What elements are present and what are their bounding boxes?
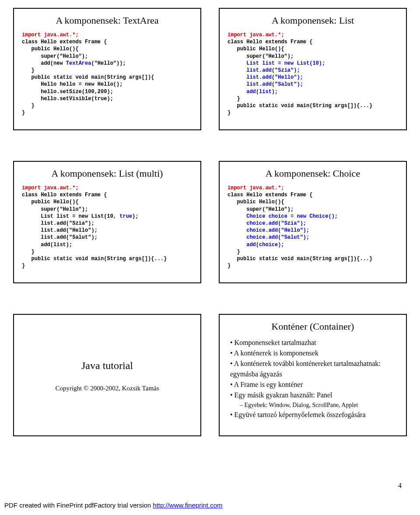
list-item: A konténerek további konténereket tartal… xyxy=(230,358,398,379)
slide-list-multi: A komponensek: List (multi) import java.… xyxy=(13,161,201,283)
code-block: import java.awt.*; class Hello extends F… xyxy=(22,31,192,116)
code-block: import java.awt.*; class Hello extends F… xyxy=(228,184,398,269)
slide-subtitle: Copyright © 2000-2002, Kozsik Tamás xyxy=(22,385,192,392)
page-number: 4 xyxy=(398,482,402,490)
code-block: import java.awt.*; class Hello extends F… xyxy=(22,184,192,269)
list-item: A Frame is egy konténer xyxy=(230,379,398,390)
list-item: Komponenseket tartalmazhat xyxy=(230,338,398,348)
slide-textarea: A komponensek: TextArea import java.awt.… xyxy=(13,8,201,130)
slide-tutorial: Java tutorial Copyright © 2000-2002, Koz… xyxy=(13,314,201,436)
slide-title: Java tutorial xyxy=(22,360,192,372)
slide-title: A komponensek: Choice xyxy=(228,168,398,179)
list-item: Egyebek: Window, Dialog, ScrollPane, App… xyxy=(230,400,398,410)
slide-container: Konténer (Container) Komponenseket tarta… xyxy=(219,314,407,436)
list-item: Egy másik gyakran használt: Panel xyxy=(230,390,398,400)
list-item: Együvé tartozó képernyőelemek összefogás… xyxy=(230,410,398,420)
footer-link[interactable]: http://www.fineprint.com xyxy=(153,501,222,509)
bullet-list: Komponenseket tartalmazhatA konténerek i… xyxy=(228,338,398,420)
code-block: import java.awt.*; class Hello extends F… xyxy=(228,31,398,116)
slide-title: A komponensek: TextArea xyxy=(22,15,192,26)
slide-title: A komponensek: List (multi) xyxy=(22,168,192,179)
list-item: A konténerek is komponensek xyxy=(230,348,398,358)
footer-prefix: PDF created with FinePrint pdfFactory tr… xyxy=(4,501,153,509)
slide-title: A komponensek: List xyxy=(228,15,398,26)
footer-text: PDF created with FinePrint pdfFactory tr… xyxy=(4,501,223,509)
slide-choice: A komponensek: Choice import java.awt.*;… xyxy=(219,161,407,283)
slide-list: A komponensek: List import java.awt.*; c… xyxy=(219,8,407,130)
slide-title: Konténer (Container) xyxy=(228,321,398,332)
